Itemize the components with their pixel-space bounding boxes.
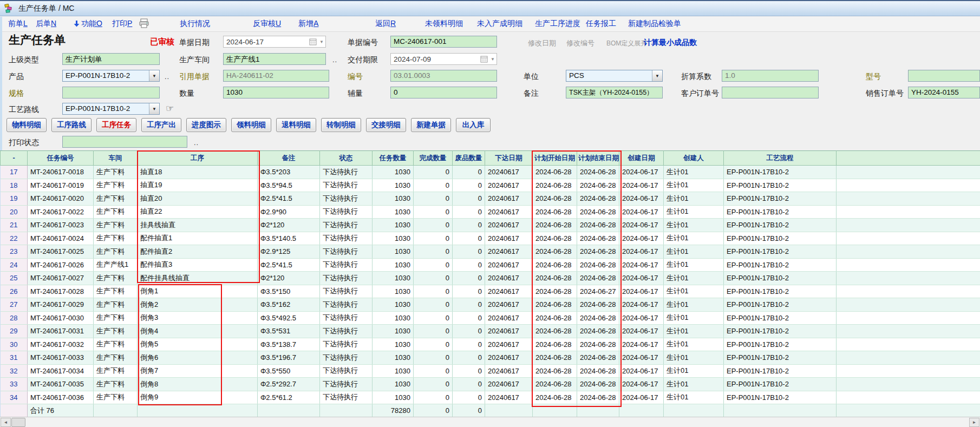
cell[interactable]: Φ3.5*203 — [258, 166, 320, 179]
cell[interactable]: 下达待执行 — [320, 378, 373, 391]
cell[interactable]: 18 — [1, 179, 28, 192]
cell[interactable]: MT-240617-0019 — [28, 179, 94, 192]
tab-return-detail[interactable]: 退料明细 — [276, 118, 316, 132]
tab-transfer-detail[interactable]: 转制明细 — [321, 118, 361, 132]
column-header-8[interactable]: 废品数量 — [453, 151, 485, 166]
cell[interactable]: 生计01 — [664, 179, 724, 192]
cell[interactable]: 2024-06-28 — [577, 272, 619, 285]
cell[interactable]: 2024-06-28 — [577, 232, 619, 245]
cell[interactable]: 2024-06-28 — [533, 192, 577, 206]
cell[interactable]: 0 — [414, 245, 453, 259]
dropdown-arrow-icon[interactable]: ▼ — [652, 70, 662, 81]
cell[interactable]: MT-240617-0031 — [28, 325, 94, 338]
cell[interactable]: 21 — [1, 219, 28, 232]
cell[interactable]: 生计01 — [664, 338, 724, 351]
cell[interactable]: EP-P001N-17B10-2 — [724, 391, 837, 404]
cell[interactable]: 2024-06-28 — [533, 351, 577, 365]
cell[interactable]: 2024-06-28 — [577, 311, 619, 325]
cell[interactable]: 22 — [1, 232, 28, 245]
cell[interactable]: 生产下料 — [94, 166, 138, 179]
cell[interactable]: MT-240617-0018 — [28, 166, 94, 179]
cell[interactable]: MT-240617-0032 — [28, 338, 94, 351]
cell[interactable]: 下达待执行 — [320, 364, 373, 378]
cell[interactable]: 2024-06-28 — [577, 378, 619, 391]
cell[interactable]: 生计01 — [664, 351, 724, 365]
total-cell[interactable] — [533, 404, 577, 418]
cell[interactable]: 2024-06-28 — [577, 338, 619, 351]
cell[interactable]: 2024-06-17 — [619, 338, 664, 351]
cell[interactable]: 1030 — [373, 298, 414, 312]
cell[interactable]: 生计01 — [664, 364, 724, 378]
cell[interactable]: Φ2.5*41.5 — [258, 258, 320, 272]
cell[interactable]: 下达待执行 — [320, 272, 373, 285]
cell[interactable]: Φ3.5*94.5 — [258, 179, 320, 192]
cell[interactable]: 0 — [453, 391, 485, 404]
cell[interactable]: 2024-06-28 — [577, 325, 619, 338]
cell[interactable]: 0 — [414, 351, 453, 365]
cell[interactable]: 25 — [1, 272, 28, 285]
cell[interactable]: MT-240617-0020 — [28, 192, 94, 206]
column-header-1[interactable]: 任务编号 — [28, 151, 94, 166]
cell[interactable]: 0 — [414, 166, 453, 179]
cell[interactable]: 2024-06-17 — [619, 258, 664, 272]
cell[interactable]: 0 — [453, 285, 485, 298]
cell[interactable]: MT-240617-0023 — [28, 219, 94, 232]
toolbar-print[interactable]: 打印P — [112, 19, 132, 29]
total-cell[interactable] — [320, 404, 373, 418]
cell[interactable]: Φ3.5*196.7 — [258, 351, 320, 365]
routing-hand-pointer-icon[interactable]: ☞ — [166, 104, 174, 113]
cell[interactable]: 2024-06-28 — [533, 325, 577, 338]
cell[interactable]: 2024-06-17 — [619, 272, 664, 285]
routing-combo[interactable]: EP-P001N-17B10-2 ▼ — [62, 103, 160, 115]
toolbar-task-report[interactable]: 任务报工 — [586, 19, 616, 29]
scroll-right-button[interactable]: ► — [969, 418, 979, 427]
cell[interactable]: 生产下料 — [94, 179, 138, 192]
dropdown-arrow-icon[interactable]: ▼ — [149, 70, 159, 81]
tab-new-bill[interactable]: 新建单据 — [411, 118, 451, 132]
total-cell[interactable] — [258, 404, 320, 418]
toolbar-new-product-inspection[interactable]: 新建制品检验单 — [628, 19, 681, 29]
bill-no-field[interactable]: MC-240617-001 — [390, 36, 497, 48]
cell[interactable]: 下达待执行 — [320, 219, 373, 232]
sales-order-field[interactable]: YH-2024-0155 — [908, 87, 980, 98]
cell[interactable]: 17 — [1, 166, 28, 179]
cell[interactable]: 倒角5 — [138, 338, 258, 351]
cell[interactable]: 2024-06-17 — [619, 298, 664, 312]
cust-order-field[interactable] — [722, 87, 819, 98]
cell[interactable]: 2024-06-28 — [577, 245, 619, 259]
cell[interactable]: 1030 — [373, 378, 414, 391]
cell[interactable]: 生计01 — [664, 378, 724, 391]
cell[interactable]: 0 — [414, 179, 453, 192]
cell[interactable]: Φ2.9*125 — [258, 245, 320, 259]
column-header-10[interactable]: 计划开始日期 — [533, 151, 577, 166]
cell[interactable]: 倒角6 — [138, 351, 258, 365]
cell[interactable]: Φ3.5*138.7 — [258, 338, 320, 351]
cell[interactable]: Φ3.5*531 — [258, 325, 320, 338]
cell[interactable]: 生产下料 — [94, 378, 138, 391]
cell[interactable]: EP-P001N-17B10-2 — [724, 351, 837, 365]
cell[interactable]: MT-240617-0029 — [28, 298, 94, 312]
cell[interactable]: 0 — [453, 245, 485, 259]
cell[interactable]: 2024-06-17 — [619, 364, 664, 378]
cell[interactable]: 0 — [453, 205, 485, 219]
cell[interactable]: 28 — [1, 311, 28, 325]
cell[interactable]: 生计01 — [664, 391, 724, 404]
cell[interactable]: MT-240617-0027 — [28, 272, 94, 285]
cell[interactable]: 20240617 — [485, 364, 533, 378]
cell[interactable]: MT-240617-0026 — [28, 258, 94, 272]
horizontal-scrollbar[interactable]: ◄ ► — [0, 417, 980, 427]
remark-field[interactable]: TSK主架（YH-2024-0155） — [566, 87, 663, 98]
cell[interactable]: 33 — [1, 378, 28, 391]
cell[interactable]: 倒角1 — [138, 285, 258, 298]
cell[interactable]: EP-P001N-17B10-2 — [724, 272, 837, 285]
tab-materials-detail[interactable]: 物料明细 — [6, 118, 47, 132]
cell[interactable]: 2024-06-17 — [619, 192, 664, 206]
qty-field[interactable]: 1030 — [223, 87, 329, 98]
cell[interactable]: MT-240617-0030 — [28, 311, 94, 325]
cell[interactable]: 下达待执行 — [320, 166, 373, 179]
cell[interactable]: EP-P001N-17B10-2 — [724, 364, 837, 378]
cell[interactable]: 20240617 — [485, 192, 533, 206]
toolbar-unfinished-product-detail[interactable]: 未入产成明细 — [477, 19, 522, 29]
product-combo[interactable]: EP-P001N-17B10-2 ▼ — [62, 70, 160, 82]
cell[interactable]: 20240617 — [485, 351, 533, 365]
